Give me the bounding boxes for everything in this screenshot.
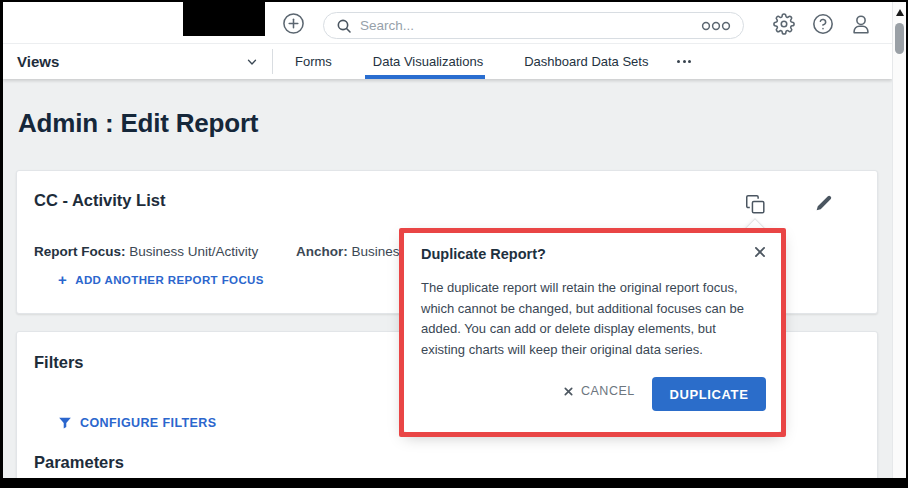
cancel-button[interactable]: CANCEL [563,381,635,401]
anchor-row: Anchor: Business [296,244,406,259]
create-button[interactable] [281,11,305,35]
copy-icon [745,194,766,215]
help-button[interactable] [811,12,835,36]
plus-circle-icon [282,12,305,35]
nav-row: Views Forms Data Visualizations Dashboar… [3,44,892,79]
search-input[interactable] [360,18,693,33]
duplicate-report-button[interactable] [745,194,767,216]
tab-label: Forms [295,54,332,69]
duplicate-button[interactable]: DUPLICATE [652,377,766,411]
scrollbar-up-icon[interactable] [896,9,904,16]
scrollbar-thumb[interactable] [895,23,904,54]
views-label: Views [17,53,59,70]
filter-icon [58,416,72,430]
report-card-title: CC - Activity List [34,191,165,210]
modal-body-line: The duplicate report will retain the ori… [421,278,744,299]
help-icon [812,13,834,35]
search-options-icon[interactable] [701,21,731,31]
vertical-scrollbar[interactable] [892,2,906,478]
chevron-down-icon[interactable] [245,55,259,69]
parameters-title: Parameters [34,453,124,472]
more-tabs-icon[interactable] [677,60,691,63]
anchor-label: Anchor: [296,244,348,259]
modal-body-line: added. You can add or delete display ele… [421,319,744,340]
modal-close-button[interactable] [753,245,769,261]
add-report-focus-label: ADD ANOTHER REPORT FOCUS [75,274,264,286]
redacted-logo [183,2,265,36]
tab-dashboard-data-sets[interactable]: Dashboard Data Sets [524,44,648,79]
cancel-x-icon [563,386,574,397]
top-bar [3,2,906,44]
user-icon [850,13,872,35]
tab-forms[interactable]: Forms [295,44,332,79]
edit-report-button[interactable] [815,194,837,216]
pencil-icon [815,194,833,212]
nav-divider [272,49,273,74]
report-focus-value: Business Unit/Activity [129,244,258,259]
gear-icon [773,13,795,35]
report-focus-label: Report Focus: [34,244,126,259]
search-icon [336,18,352,34]
app-window: Views Forms Data Visualizations Dashboar… [0,0,908,488]
settings-button[interactable] [772,12,796,36]
cancel-label: CANCEL [581,384,635,398]
report-focus-row: Report Focus: Business Unit/Activity [34,244,258,259]
tab-bar: Forms Data Visualizations Dashboard Data… [295,44,691,79]
filters-title: Filters [34,353,84,372]
tab-label: Dashboard Data Sets [524,54,648,69]
close-icon [753,245,767,259]
page-title: Admin : Edit Report [18,108,258,139]
duplicate-report-modal: Duplicate Report? The duplicate report w… [404,233,781,432]
anchor-value: Business [352,244,407,259]
modal-body-line: which cannot be changed, but additional … [421,299,744,320]
plus-icon: + [58,272,67,287]
modal-title: Duplicate Report? [421,246,546,262]
configure-filters-link[interactable]: CONFIGURE FILTERS [58,416,216,430]
configure-filters-label: CONFIGURE FILTERS [80,416,216,430]
tab-label: Data Visualizations [373,54,483,69]
modal-body: The duplicate report will retain the ori… [421,278,744,360]
add-report-focus-link[interactable]: + ADD ANOTHER REPORT FOCUS [58,272,264,287]
tab-data-visualizations[interactable]: Data Visualizations [373,44,483,79]
search-bar[interactable] [323,12,744,39]
views-dropdown[interactable]: Views [17,44,59,79]
user-menu-button[interactable] [849,12,873,36]
modal-body-line: existing charts will keep their original… [421,340,744,361]
